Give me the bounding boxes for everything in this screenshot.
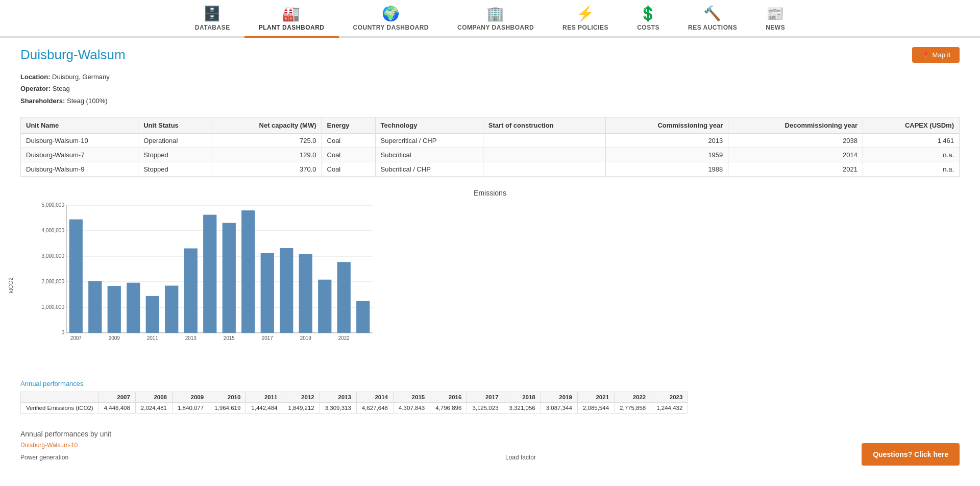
perf-year-header: 2008	[135, 392, 172, 402]
svg-text:1,000,000: 1,000,000	[42, 304, 65, 310]
svg-rect-19	[127, 283, 140, 333]
table-cell: n.a.	[863, 162, 959, 177]
perf-year-header: 2019	[541, 392, 577, 402]
svg-text:0: 0	[61, 330, 64, 335]
perf-year-header: 2011	[246, 392, 283, 402]
nav-country-dashboard-label: COUNTRY DASHBOARD	[353, 24, 429, 31]
location-label: Location:	[20, 73, 52, 81]
perf-cell: 1,244,432	[651, 402, 688, 413]
table-cell: 2038	[728, 134, 863, 148]
perf-cell: 4,446,408	[99, 402, 135, 413]
table-cell: Duisburg-Walsum-10	[21, 134, 138, 148]
perf-cell: 2,775,858	[615, 402, 651, 413]
unit-link[interactable]: Duisburg-Walsum-10	[20, 442, 78, 449]
emissions-chart-section: Emissions ktCO2 01,000,0002,000,0003,000…	[20, 189, 960, 370]
info-section: Location: Duisburg, Germany Operator: St…	[20, 71, 960, 107]
table-row: Duisburg-Walsum-9Stopped370.0CoalSubcrit…	[21, 162, 960, 177]
nav-news-label: NEWS	[766, 24, 785, 31]
svg-rect-35	[337, 262, 351, 333]
perf-cell: 4,307,843	[394, 402, 430, 413]
table-cell: Duisburg-Walsum-9	[21, 162, 138, 177]
perf-cell: 1,442,484	[246, 402, 283, 413]
perf-year-header: 2009	[173, 392, 209, 402]
svg-rect-20	[146, 296, 159, 333]
title-row: Duisburg-Walsum 📍 Map it	[20, 47, 960, 63]
table-cell: 129.0	[212, 148, 322, 162]
by-unit-title: Annual performances by unit	[20, 430, 960, 438]
perf-cell: 3,125,023	[467, 402, 504, 413]
svg-rect-37	[356, 301, 370, 333]
location-value: Duisburg, Germany	[52, 73, 110, 81]
questions-button[interactable]: Questions? Click here	[862, 443, 960, 466]
table-cell: Subcritical	[375, 148, 483, 162]
svg-rect-32	[299, 254, 312, 333]
nav-country-dashboard[interactable]: 🌍 COUNTRY DASHBOARD	[339, 0, 444, 38]
operator-row: Operator: Steag	[20, 83, 960, 94]
nav-res-policies-label: RES POLICIES	[562, 24, 608, 31]
emissions-chart-svg: 01,000,0002,000,0003,000,0004,000,0005,0…	[31, 200, 408, 367]
shareholders-value: Steag (100%)	[67, 97, 108, 105]
nav-res-policies[interactable]: ⚡ RES POLICIES	[548, 0, 623, 38]
plant-icon: 🏭	[282, 5, 301, 22]
svg-text:2017: 2017	[262, 335, 274, 341]
country-icon: 🌍	[382, 5, 400, 22]
col-commissioning: Commissioning year	[605, 117, 728, 134]
svg-rect-28	[241, 210, 255, 333]
table-cell: Stopped	[138, 162, 212, 177]
table-cell: 370.0	[212, 162, 322, 177]
power-generation-col: Power generation	[20, 454, 475, 463]
table-cell: Coal	[322, 148, 375, 162]
nav-plant-dashboard-label: PLANT DASHBOARD	[259, 24, 325, 31]
shareholders-row: Shareholders: Steag (100%)	[20, 95, 960, 107]
operator-label: Operator:	[20, 85, 53, 92]
perf-cell: 3,321,056	[504, 402, 541, 413]
plant-title: Duisburg-Walsum	[20, 47, 126, 63]
nav-database[interactable]: 🗄️ DATABASE	[181, 0, 244, 38]
perf-cell: 4,796,896	[430, 402, 467, 413]
perf-cell: 1,964,619	[209, 402, 246, 413]
table-cell: 1,461	[863, 134, 959, 148]
table-cell: 2014	[728, 148, 863, 162]
nav-res-auctions[interactable]: 🔨 RES AUCTIONS	[674, 0, 751, 38]
news-icon: 📰	[766, 5, 785, 22]
perf-cell: 2,085,544	[577, 402, 614, 413]
svg-text:2009: 2009	[109, 335, 120, 341]
nav-company-dashboard[interactable]: 🏢 COMPANY DASHBOARD	[443, 0, 548, 38]
map-button[interactable]: 📍 Map it	[912, 47, 960, 63]
table-cell: 725.0	[212, 134, 322, 148]
nav-company-dashboard-label: COMPANY DASHBOARD	[457, 24, 534, 31]
perf-cell: 3,309,313	[320, 402, 356, 413]
nav-database-label: DATABASE	[195, 24, 230, 31]
annual-performances-link[interactable]: Annual performances	[20, 380, 84, 387]
shareholders-label: Shareholders:	[20, 97, 67, 105]
perf-year-header: 2015	[394, 392, 430, 402]
perf-cell: 1,840,077	[173, 402, 209, 413]
nav-costs[interactable]: 💲 COSTS	[623, 0, 674, 38]
bottom-section: Power generation Load factor	[20, 454, 960, 463]
table-cell	[483, 162, 605, 177]
nav-plant-dashboard[interactable]: 🏭 PLANT DASHBOARD	[244, 0, 339, 38]
main-content: Duisburg-Walsum 📍 Map it Location: Duisb…	[0, 38, 980, 472]
map-button-label: Map it	[933, 51, 950, 59]
svg-rect-14	[69, 220, 83, 333]
nav-costs-label: COSTS	[637, 24, 659, 31]
table-cell: 2021	[728, 162, 863, 177]
table-cell: n.a.	[863, 148, 959, 162]
col-unit-status: Unit Status	[138, 117, 212, 134]
perf-cell: 2,024,481	[135, 402, 172, 413]
perf-year-header: 2016	[430, 392, 467, 402]
perf-year-header: 2023	[651, 392, 688, 402]
perf-row-label: Verified Emissions (tCO2)	[21, 402, 99, 413]
col-net-capacity: Net capacity (MW)	[212, 117, 322, 134]
table-cell: Subcritical / CHP	[375, 162, 483, 177]
table-cell: Operational	[138, 134, 212, 148]
perf-year-header: 2022	[615, 392, 651, 402]
nav-news[interactable]: 📰 NEWS	[751, 0, 799, 38]
svg-rect-26	[223, 223, 236, 333]
table-cell: 1959	[605, 148, 728, 162]
svg-rect-25	[203, 215, 216, 333]
svg-text:2,000,000: 2,000,000	[42, 279, 65, 284]
company-icon: 🏢	[486, 5, 505, 22]
table-cell: Stopped	[138, 148, 212, 162]
perf-cell: 4,627,648	[356, 402, 393, 413]
